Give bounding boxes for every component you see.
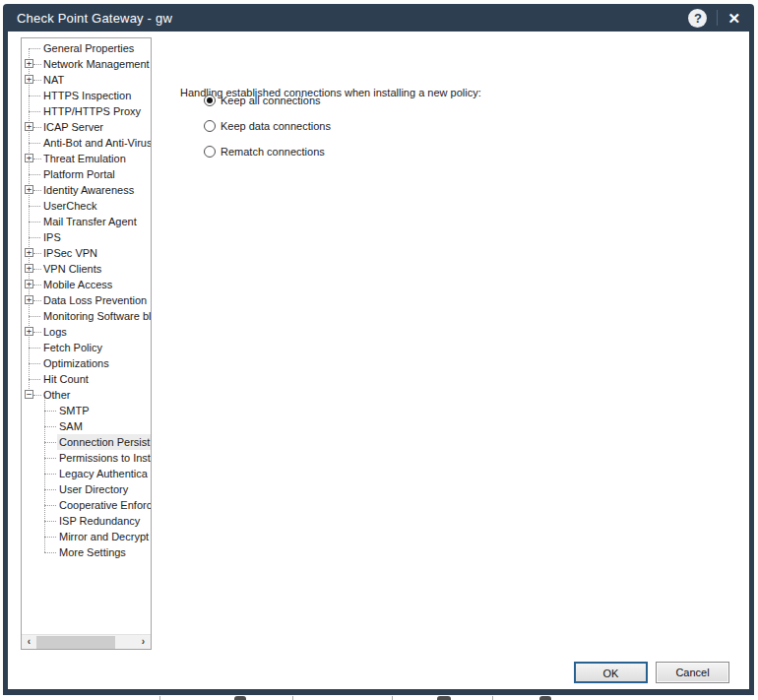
radio-label: Keep all connections — [221, 95, 321, 106]
radio-option-rematch-connections[interactable]: Rematch connections — [204, 144, 325, 159]
tree-branch-line — [44, 442, 56, 443]
expand-toggle-icon[interactable]: + — [25, 327, 33, 336]
tree-item-label: General Properties — [41, 40, 136, 56]
tree-branch-line — [33, 332, 41, 333]
tree-item-icap-server[interactable]: +ICAP Server — [22, 119, 151, 135]
tree-item-https-inspection[interactable]: HTTPS Inspection — [22, 88, 151, 103]
tree-branch-line — [29, 111, 40, 112]
tree-rows: General Properties+Network Management+NA… — [22, 40, 151, 560]
tree-item-hit-count[interactable]: Hit Count — [22, 371, 151, 387]
tree-item-mirror-and-decrypt[interactable]: Mirror and Decrypt — [22, 529, 151, 544]
tree-item-permissions-to-insta[interactable]: Permissions to Insta — [22, 450, 151, 466]
tree-item-label: SMTP — [57, 403, 92, 418]
tree-item-cooperative-enforc[interactable]: Cooperative Enforc — [22, 497, 151, 513]
radio-option-keep-data-connections[interactable]: Keep data connections — [204, 118, 331, 133]
background-window-fragments — [0, 695, 758, 700]
tree-branch-line — [29, 174, 40, 175]
tree-item-isp-redundancy[interactable]: ISP Redundancy — [22, 513, 151, 529]
expand-toggle-icon[interactable]: + — [25, 280, 33, 288]
tree-item-label: Logs — [41, 324, 69, 340]
settings-tree[interactable]: General Properties+Network Management+NA… — [21, 37, 152, 650]
tree-branch-line — [29, 143, 40, 144]
tree-item-label: ICAP Server — [41, 119, 105, 135]
tree-item-usercheck[interactable]: UserCheck — [22, 198, 151, 214]
scroll-right-arrow-icon[interactable]: › — [136, 635, 151, 650]
tree-item-vpn-clients[interactable]: +VPN Clients — [22, 261, 151, 277]
tree-item-anti-bot-and-anti-virus[interactable]: Anti-Bot and Anti-Virus — [22, 135, 151, 151]
radio-option-keep-all-connections[interactable]: Keep all connections — [204, 93, 321, 107]
tree-item-label: Platform Portal — [41, 166, 117, 182]
tree-item-label: NAT — [41, 72, 66, 88]
tree-item-label: Optimizations — [41, 355, 111, 371]
tree-item-data-loss-prevention[interactable]: +Data Loss Prevention — [22, 292, 151, 308]
tree-branch-line — [33, 300, 41, 301]
scroll-left-arrow-icon[interactable]: ‹ — [22, 635, 36, 650]
tree-item-monitoring-software-bla[interactable]: Monitoring Software bla — [22, 308, 151, 324]
help-icon[interactable]: ? — [688, 9, 707, 28]
tree-item-label: UserCheck — [41, 198, 98, 214]
tree-item-label: Connection Persist — [57, 434, 151, 450]
tree-branch-line — [29, 222, 40, 223]
tree-item-label: User Directory — [57, 481, 130, 497]
tree-item-more-settings[interactable]: More Settings — [22, 544, 151, 560]
tree-branch-line — [44, 489, 56, 490]
tree-branch-line — [44, 458, 56, 459]
expand-toggle-icon[interactable]: + — [25, 295, 33, 304]
expand-toggle-icon[interactable]: + — [25, 264, 33, 273]
tree-item-label: Cooperative Enforc — [57, 497, 151, 513]
expand-toggle-icon[interactable]: + — [25, 122, 33, 131]
expand-toggle-icon[interactable]: + — [25, 154, 33, 162]
tree-item-label: More Settings — [57, 544, 128, 560]
radio-unselected-icon[interactable] — [204, 146, 216, 158]
tree-item-logs[interactable]: +Logs — [22, 324, 151, 340]
tree-item-network-management[interactable]: +Network Management — [22, 56, 151, 72]
tree-branch-line — [29, 348, 40, 349]
tree-item-other[interactable]: −Other — [22, 387, 151, 403]
tree-item-platform-portal[interactable]: Platform Portal — [22, 166, 151, 182]
tree-item-smtp[interactable]: SMTP — [22, 403, 151, 418]
tree-item-sam[interactable]: SAM — [22, 418, 151, 434]
tree-item-legacy-authentica[interactable]: Legacy Authentica — [22, 466, 151, 481]
tree-item-threat-emulation[interactable]: +Threat Emulation — [22, 151, 151, 166]
tree-branch-line — [33, 190, 41, 191]
scrollbar-thumb[interactable] — [36, 636, 115, 649]
tree-item-label: Hit Count — [41, 371, 91, 387]
tree-branch-line — [44, 411, 56, 412]
titlebar-separator — [717, 10, 718, 26]
tree-branch-line — [29, 379, 40, 380]
tree-branch-line — [33, 159, 41, 159]
tree-item-user-directory[interactable]: User Directory — [22, 481, 151, 497]
tree-item-label: Anti-Bot and Anti-Virus — [41, 135, 151, 151]
expand-toggle-icon[interactable]: + — [25, 185, 33, 194]
tree-item-mobile-access[interactable]: +Mobile Access — [22, 277, 151, 292]
title-bar[interactable]: Check Point Gateway - gw ? ✕ — [3, 4, 754, 32]
tree-item-nat[interactable]: +NAT — [22, 72, 151, 88]
tree-horizontal-scrollbar[interactable]: ‹ › — [22, 634, 151, 649]
tree-branch-line — [44, 426, 56, 427]
tree-item-identity-awareness[interactable]: +Identity Awareness — [22, 182, 151, 198]
cancel-button[interactable]: Cancel — [656, 662, 729, 683]
tree-item-mail-transfer-agent[interactable]: Mail Transfer Agent — [22, 214, 151, 229]
tree-item-label: Fetch Policy — [41, 340, 104, 355]
tree-item-connection-persist[interactable]: Connection Persist — [22, 434, 151, 450]
radio-selected-icon[interactable] — [204, 95, 216, 106]
tree-item-ipsec-vpn[interactable]: +IPSec VPN — [22, 245, 151, 261]
tree-item-label: HTTP/HTTPS Proxy — [41, 103, 143, 119]
tree-item-ips[interactable]: IPS — [22, 229, 151, 245]
tree-item-optimizations[interactable]: Optimizations — [22, 355, 151, 371]
radio-unselected-icon[interactable] — [204, 120, 216, 132]
ok-button[interactable]: OK — [574, 662, 648, 683]
tree-item-label: Threat Emulation — [41, 151, 128, 166]
tree-branch-line — [29, 206, 40, 207]
close-icon[interactable]: ✕ — [727, 9, 740, 28]
tree-item-http-https-proxy[interactable]: HTTP/HTTPS Proxy — [22, 103, 151, 119]
tree-branch-line — [33, 285, 41, 286]
tree-item-general-properties[interactable]: General Properties — [22, 40, 151, 56]
tree-item-fetch-policy[interactable]: Fetch Policy — [22, 340, 151, 355]
expand-toggle-icon[interactable]: + — [25, 59, 33, 68]
expand-toggle-icon[interactable]: + — [25, 248, 33, 257]
tree-item-label: Data Loss Prevention — [41, 292, 149, 308]
expand-toggle-icon[interactable]: + — [25, 75, 33, 84]
collapse-toggle-icon[interactable]: − — [25, 390, 33, 399]
tree-branch-line — [29, 95, 40, 96]
